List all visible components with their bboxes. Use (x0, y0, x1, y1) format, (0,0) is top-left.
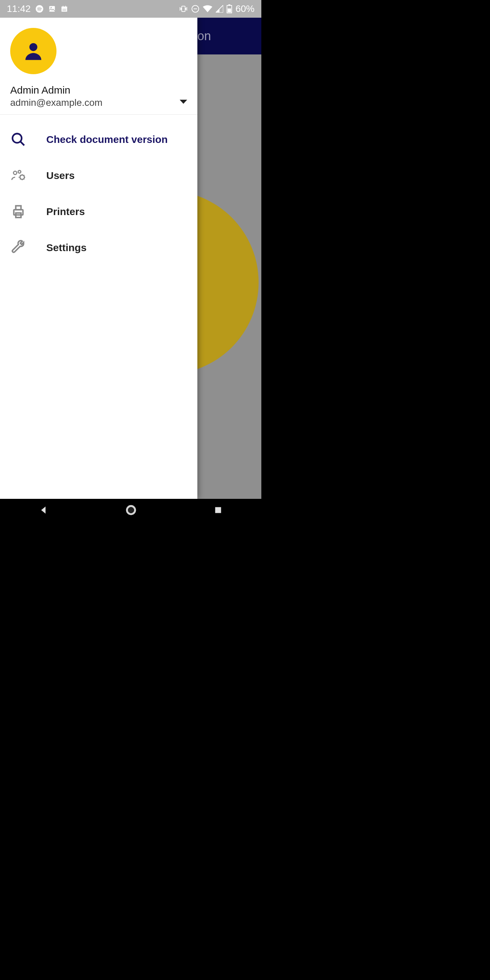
nav-item-settings[interactable]: Settings (0, 230, 197, 266)
wrench-icon (10, 240, 27, 256)
gallery-icon (48, 5, 56, 13)
signal-icon (216, 5, 223, 13)
svg-point-19 (29, 43, 37, 51)
battery-percent: 60% (235, 3, 255, 14)
users-gear-icon (10, 167, 27, 184)
nav-item-check-document-version[interactable]: Check document version (0, 121, 197, 158)
svg-rect-30 (215, 507, 221, 513)
svg-rect-26 (16, 206, 21, 210)
system-nav-bar (0, 499, 261, 523)
home-button[interactable] (126, 504, 137, 517)
svg-rect-4 (62, 7, 67, 8)
spotify-icon (35, 5, 43, 13)
svg-point-20 (13, 134, 22, 143)
search-icon (10, 131, 27, 148)
svg-point-24 (20, 175, 24, 179)
svg-rect-8 (65, 6, 66, 8)
svg-point-23 (18, 170, 21, 173)
user-email-row[interactable]: admin@example.com (10, 97, 187, 108)
status-time: 11:42 (7, 3, 30, 14)
svg-point-22 (14, 171, 17, 175)
nav-item-printers[interactable]: Printers (0, 194, 197, 230)
nav-item-label: Settings (46, 242, 86, 253)
nav-list: Check document version Users Printers Se… (0, 115, 197, 272)
svg-rect-18 (228, 8, 231, 12)
user-name: Admin Admin (10, 84, 187, 96)
svg-point-29 (127, 506, 134, 514)
dnd-icon (191, 5, 199, 13)
nav-item-label: Printers (46, 206, 85, 218)
svg-rect-7 (63, 6, 63, 8)
recents-button[interactable] (214, 506, 223, 516)
nav-item-users[interactable]: Users (0, 158, 197, 194)
back-button[interactable] (39, 505, 48, 516)
svg-rect-1 (49, 6, 55, 12)
user-email: admin@example.com (10, 97, 102, 108)
navigation-drawer: Admin Admin admin@example.com Check docu… (0, 18, 197, 499)
wifi-icon (203, 5, 212, 13)
avatar (10, 28, 56, 74)
app-main-area: on Admin Admin admin@example.com (0, 18, 261, 499)
vibrate-icon (179, 5, 188, 13)
status-right: 60% (179, 3, 255, 14)
battery-icon (227, 5, 232, 13)
calendar-note-icon (60, 5, 68, 13)
status-left: 11:42 (7, 3, 68, 14)
person-icon (21, 39, 45, 63)
drawer-header[interactable]: Admin Admin admin@example.com (0, 18, 197, 115)
nav-item-label: Users (46, 170, 75, 181)
nav-item-label: Check document version (46, 134, 168, 145)
printer-icon (10, 204, 27, 220)
svg-line-21 (21, 142, 24, 146)
svg-point-2 (50, 7, 52, 8)
status-bar: 11:42 60% (0, 0, 261, 18)
svg-rect-17 (228, 5, 231, 5)
chevron-down-icon (180, 100, 187, 106)
svg-rect-9 (182, 6, 185, 11)
